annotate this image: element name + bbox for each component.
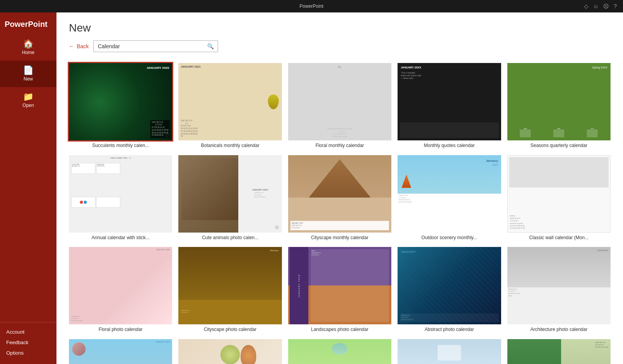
template-thumb-botanicals: JANUARY 2021 S M T W T F S 1 2 3 4 5 6 7…	[178, 63, 282, 140]
template-label-monthly-quotes: Monthly quotes calendar	[398, 143, 501, 149]
search-button[interactable]: 🔍	[203, 41, 218, 52]
home-icon: 🏠	[23, 40, 33, 48]
template-card-cute-animals[interactable]: JANUARY 20XX S M T W T F S1 2 3 4 5 6 78…	[178, 155, 282, 241]
sidebar-options[interactable]: Options	[3, 348, 53, 358]
sidebar-feedback[interactable]: Feedback	[3, 338, 53, 347]
help-icon[interactable]: ?	[614, 3, 617, 9]
template-grid-container[interactable]: JANUARY 2020 S M T W T F S 1 2 3 4 5 6 7…	[56, 60, 623, 364]
template-thumb-outdoor: January 20XX S M T W T F S1 2 3 4 5 6 78…	[398, 155, 501, 233]
template-card-architecture[interactable]: JANUARY S M T W T F S1 2 3 4 5 6 78 9 10…	[507, 247, 611, 333]
sidebar-item-new-label: New	[23, 76, 33, 82]
back-label: Back	[77, 43, 89, 49]
template-label-succulents: Succulents monthly calen...	[69, 143, 172, 149]
sidebar-item-home[interactable]: 🏠 Home	[0, 34, 56, 61]
template-card-row4-2[interactable]	[178, 339, 282, 364]
template-card-monthly-quotes[interactable]: JANUARY 20XX "This is templatebottom lef…	[398, 63, 501, 149]
template-thumb-succulents: JANUARY 2020 S M T W T F S 1 2 3 4 5 6 7…	[69, 63, 172, 140]
star-succulents[interactable]: ☆	[165, 132, 170, 138]
search-input[interactable]	[94, 41, 203, 52]
template-thumb-row4-5: S M T W T F S1 2 3 4 5 6 78 9 10 11 12 1…	[507, 339, 611, 364]
content-area: New ← Back 🔍 JANUARY 2020	[56, 12, 623, 364]
template-card-cityscape-photo[interactable]: January S M T W T F S1 2 3 4 5 6 7 Citys…	[178, 247, 282, 333]
back-link[interactable]: ← Back	[69, 43, 89, 49]
template-grid: JANUARY 2020 S M T W T F S 1 2 3 4 5 6 7…	[69, 63, 611, 364]
template-label-cityscape-photo: Cityscape photo calendar	[178, 327, 282, 333]
template-card-floral-monthly[interactable]: 01 SUN MON TUE WED THU FRI SAT 1 2 3 4 5…	[288, 63, 391, 149]
sidebar-item-open-label: Open	[23, 103, 34, 108]
sidebar-item-home-label: Home	[22, 50, 34, 55]
template-label-floral-monthly: Floral monthly calendar	[288, 143, 391, 149]
template-label-abstract: Abstract photo calendar	[398, 327, 501, 333]
template-thumb-seasons: Spring 20XX April May June	[507, 63, 611, 140]
template-label-outdoor: Outdoor scenery monthly...	[398, 235, 501, 241]
sidebar-item-open[interactable]: 📁 Open	[0, 87, 56, 114]
template-thumb-cityscape-photo: January S M T W T F S1 2 3 4 5 6 7	[178, 247, 282, 324]
template-card-classic-wall[interactable]: januaryS M T W T F S1 2 3 4 5 6 78 9 10 …	[507, 155, 611, 241]
search-input-wrapper: 🔍	[93, 40, 218, 52]
new-icon: 📄	[23, 66, 33, 75]
template-thumb-row4-4	[398, 339, 501, 364]
template-thumb-monthly-quotes: JANUARY 20XX "This is templatebottom lef…	[398, 63, 501, 140]
template-label-seasons: Seasons quarterly calendar	[507, 143, 611, 149]
template-label-classic-wall: Classic wall calendar (Mon...	[507, 235, 611, 241]
template-card-row4-3[interactable]	[288, 339, 391, 364]
template-label-botanicals: Botanicals monthly calendar	[178, 143, 282, 149]
template-thumb-floral-photo: JANUARY 2000 S M T W T F S1 2 3 4 5 6 78…	[69, 247, 172, 324]
template-thumb-cityscape-monthly: JANUARY 20XXS M T W T F S1 2 3 4 5 6 7	[288, 155, 391, 233]
template-thumb-classic-wall: januaryS M T W T F S1 2 3 4 5 6 78 9 10 …	[507, 155, 611, 233]
sidebar-item-new[interactable]: 📄 New	[0, 61, 56, 87]
back-arrow-icon: ←	[69, 43, 74, 49]
template-thumb-row4-2	[178, 339, 282, 364]
template-card-succulents[interactable]: JANUARY 2020 S M T W T F S 1 2 3 4 5 6 7…	[69, 63, 172, 149]
template-thumb-annual: Add a Slide Title - 1 Jan Feb MarApr May…	[69, 155, 172, 233]
template-thumb-row4-1: JANUARY 20XX S M T W T F S	[69, 339, 172, 364]
template-thumb-abstract: JANUARY S M T W T F S1 2 3 4 5 6 78 9 10…	[398, 247, 501, 324]
sidebar: PowerPoint 🏠 Home 📄 New 📁 Open Account F…	[0, 12, 56, 364]
template-label-annual: Annual calendar with stick...	[69, 235, 172, 241]
template-card-row4-4[interactable]	[398, 339, 501, 364]
template-card-abstract[interactable]: JANUARY S M T W T F S1 2 3 4 5 6 78 9 10…	[398, 247, 501, 333]
top-bar: PowerPoint ◇ ☺ ☹ ?	[0, 0, 623, 12]
template-card-row4-5[interactable]: S M T W T F S1 2 3 4 5 6 78 9 10 11 12 1…	[507, 339, 611, 364]
template-thumb-row4-3	[288, 339, 391, 364]
template-label-cute-animals: Cute animals photo calen...	[178, 235, 282, 241]
sidebar-brand: PowerPoint	[0, 12, 56, 34]
top-bar-icons: ◇ ☺ ☹ ?	[584, 3, 617, 9]
template-thumb-floral-monthly: 01 SUN MON TUE WED THU FRI SAT 1 2 3 4 5…	[288, 63, 391, 140]
smiley-icon[interactable]: ☺	[593, 3, 598, 9]
app-body: PowerPoint 🏠 Home 📄 New 📁 Open Account F…	[0, 12, 623, 364]
template-card-seasons[interactable]: Spring 20XX April May June Seasons quart…	[507, 63, 611, 149]
sidebar-bottom: Account Feedback Options	[0, 322, 56, 364]
template-thumb-architecture: JANUARY S M T W T F S1 2 3 4 5 6 78 9 10…	[507, 247, 611, 324]
page-title: New	[69, 22, 611, 34]
search-bar: ← Back 🔍	[69, 40, 611, 52]
template-label-floral-photo: Floral photo calendar	[69, 327, 172, 333]
diamond-icon[interactable]: ◇	[584, 3, 588, 9]
app-title: PowerPoint	[299, 4, 323, 9]
template-card-row4-1[interactable]: JANUARY 20XX S M T W T F S	[69, 339, 172, 364]
template-card-cityscape-monthly[interactable]: JANUARY 20XXS M T W T F S1 2 3 4 5 6 7 C…	[288, 155, 391, 241]
sidebar-nav: 🏠 Home 📄 New 📁 Open	[0, 34, 56, 322]
template-card-annual[interactable]: Add a Slide Title - 1 Jan Feb MarApr May…	[69, 155, 172, 241]
template-label-cityscape-monthly: Cityscape monthly calendar	[288, 235, 391, 241]
sad-face-icon[interactable]: ☹	[603, 3, 609, 9]
star-cute-animals[interactable]: ☆	[275, 224, 280, 230]
sidebar-account[interactable]: Account	[3, 327, 53, 337]
template-card-landscapes[interactable]: JANUARY 2019 NameS M T W T F S1 2 3 4 5 …	[288, 247, 391, 333]
template-label-architecture: Architecture photo calendar	[507, 327, 611, 333]
content-header: New ← Back 🔍	[56, 12, 623, 60]
template-thumb-landscapes: JANUARY 2019 NameS M T W T F S1 2 3 4 5 …	[288, 247, 391, 324]
template-label-landscapes: Landscapes photo calendar	[288, 327, 391, 333]
template-card-outdoor[interactable]: January 20XX S M T W T F S1 2 3 4 5 6 78…	[398, 155, 501, 241]
open-icon: 📁	[23, 93, 33, 101]
template-thumb-cute-animals: JANUARY 20XX S M T W T F S1 2 3 4 5 6 78…	[178, 155, 282, 233]
template-card-botanicals[interactable]: JANUARY 2021 S M T W T F S 1 2 3 4 5 6 7…	[178, 63, 282, 149]
template-card-floral-photo[interactable]: JANUARY 2000 S M T W T F S1 2 3 4 5 6 78…	[69, 247, 172, 333]
